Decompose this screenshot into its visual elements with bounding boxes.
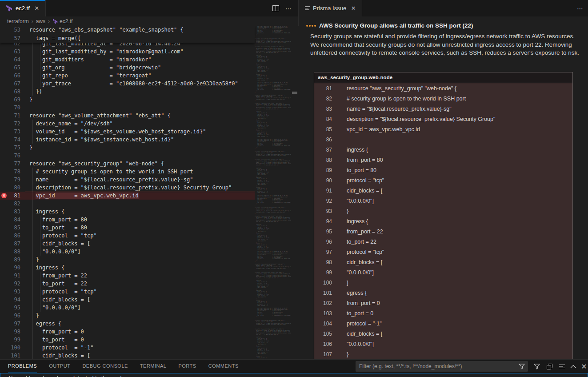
code-line-89[interactable]: 89 } [0,256,255,264]
issue-description: Security groups are stateful and provide… [310,32,582,57]
line-number: 69 [0,96,20,104]
code-line-63[interactable]: 63 git_last_modified_by = "nimrodkor@gma… [0,48,255,56]
code-line-73[interactable]: 73 volume_id = "${aws_ebs_volume.web_hos… [0,128,255,136]
tab-prisma-issue[interactable]: Prisma Issue ✕ [299,0,362,16]
code-line-69[interactable]: 69} [0,96,255,104]
filter-input[interactable] [356,361,528,372]
line-text: protocol = "tcp" [347,249,384,255]
code-line-70[interactable]: 70 [0,104,255,112]
code-line-88[interactable]: 88 "0.0.0.0/0"] [0,248,255,256]
code-line-78[interactable]: 78 # security group is open to the world… [0,168,255,176]
code-line-98[interactable]: 98 from_port = 0 [0,328,255,336]
line-number: 99 [314,269,332,276]
code-editor[interactable]: 62 git_last_modified_at = "2020-06-16 14… [0,26,299,359]
maximize-panel-icon[interactable] [569,362,578,371]
tab-ec2-tf[interactable]: ec2.tf ✕ [0,0,46,16]
code-line-74[interactable]: 74 instance_id = "${aws_instance.web_hos… [0,136,255,144]
panel-tab-ports[interactable]: PORTS [178,360,196,373]
code-line-95[interactable]: 95 "0.0.0.0/0"] [0,304,255,312]
sticky-line-53[interactable]: 53resource "aws_ebs_snapshot" "example_s… [0,26,255,34]
left-tab-bar: ec2.tf ✕ [0,0,298,16]
code-line-64[interactable]: 64 git_modifiers = "nimrodkor" [0,56,255,64]
line-text: to_port = 22 [347,239,376,245]
scrollbar-thumb[interactable] [292,92,297,94]
code-line-97[interactable]: 97 egress { [0,320,255,328]
code-line-99[interactable]: 99 to_port = 0 [0,336,255,344]
minimap[interactable]: git_last_modified_at = "2020-06-16 14:46… [255,26,291,359]
line-text: to_port = 80 [29,224,87,232]
code-line-67[interactable]: 67 yor_trace = "c1008080-ec2f-4512-a0d0-… [0,80,255,88]
line-number: 101 [0,352,20,359]
filter-icon[interactable] [532,362,541,371]
code-line-79[interactable]: 79 name = "${local.resource_prefix.value… [0,176,255,184]
code-line-86[interactable]: 86 protocol = "tcp" [0,232,255,240]
code-line-90[interactable]: 90 ingress { [0,264,255,272]
line-text: from_port = 22 [29,272,87,280]
terraform-icon [6,5,12,12]
sticky-scroll[interactable]: 53resource "aws_ebs_snapshot" "example_s… [0,26,255,43]
code-line-85[interactable]: 85 to_port = 80 [0,224,255,232]
line-number: 75 [0,144,20,152]
code-line-91[interactable]: 91 from_port = 22 [0,272,255,280]
close-panel-icon[interactable]: ✕ [580,362,588,371]
more-actions-icon[interactable]: ⋯ [285,5,292,12]
problems-list[interactable]: No problems have been detected in the wo… [0,373,588,377]
line-number: 107 [314,351,332,357]
code-line-80[interactable]: 80 description = "${local.resource_prefi… [0,184,255,192]
code-line-87[interactable]: 87 cidr_blocks = [ [0,240,255,248]
sticky-line-57[interactable]: 57 tags = merge({ [0,34,255,43]
breadcrumb-terraform[interactable]: terraform [7,18,29,24]
line-number: 91 [314,188,332,194]
code-line-68[interactable]: 68 }) [0,88,255,96]
panel-tab-output[interactable]: OUTPUT [49,360,70,373]
panel-tab-terminal[interactable]: TERMINAL [140,360,167,373]
more-actions-icon[interactable]: ⋯ [577,5,584,12]
code-line-75[interactable]: 75} [0,144,255,152]
editor-actions: ⋯ [577,0,584,16]
code-line-84[interactable]: 84 from_port = 80 [0,216,255,224]
line-number: 82 [0,200,20,208]
issue-code-line-89: 89to_port = 80 [314,165,572,175]
line-text: cidr_blocks = [ [347,259,382,265]
code-line-101[interactable]: 101 cidr_blocks = [ [0,352,255,359]
line-number: 72 [0,120,20,128]
code-line-65[interactable]: 65 git_org = "bridgecrewio" [0,64,255,72]
code-line-100[interactable]: 100 protocol = "-1" [0,344,255,352]
code-line-77[interactable]: 77resource "aws_security_group" "web-nod… [0,160,255,168]
code-line-94[interactable]: 94 cidr_blocks = [ [0,296,255,304]
code-line-71[interactable]: 71resource "aws_volume_attachment" "ebs_… [0,112,255,120]
view-as-table-icon[interactable] [545,362,554,371]
line-number: 97 [0,320,20,328]
line-text: # security group is open to the world in… [347,96,466,102]
issue-code-line-99: 99"0.0.0.0/0"] [314,267,572,277]
menu-lines-icon[interactable] [557,362,566,371]
code-line-72[interactable]: 72 device_name = "/dev/sdh" [0,120,255,128]
line-number: 57 [0,34,20,43]
code-line-96[interactable]: 96 } [0,312,255,320]
code-line-66[interactable]: 66 git_repo = "terragoat" [0,72,255,80]
issue-code-line-102: 102from_port = 0 [314,298,572,308]
panel-tab-problems[interactable]: PROBLEMS [8,360,37,373]
filter-funnel-icon[interactable] [517,362,526,371]
code-line-93[interactable]: 93 protocol = "tcp" [0,288,255,296]
line-text: ingress { [29,264,64,272]
issue-code-line-93: 93} [314,206,572,216]
close-tab-icon[interactable]: ✕ [33,4,41,12]
line-text: } [29,96,32,104]
breadcrumb-aws[interactable]: aws [36,18,45,24]
line-text: description = "${local.resource_prefix.v… [29,184,232,192]
issue-code-line-96: 96to_port = 22 [314,237,572,247]
code-line-83[interactable]: 83 ingress { [0,208,255,216]
error-marker-icon[interactable]: ✕ [1,193,7,198]
split-editor-icon[interactable] [272,5,279,11]
code-line-82[interactable]: 82 [0,200,255,208]
panel-tab-debug-console[interactable]: DEBUG CONSOLE [82,360,128,373]
line-number: 104 [314,321,332,327]
breadcrumb-file[interactable]: ec2.tf [52,18,72,24]
code-line-76[interactable]: 76 [0,152,255,160]
close-tab-icon[interactable]: ✕ [349,4,357,12]
code-line-81[interactable]: 81 vpc_id = aws_vpc.web_vpc.id [0,192,255,200]
problems-filter [356,361,528,372]
panel-tab-comments[interactable]: COMMENTS [208,360,239,373]
code-line-92[interactable]: 92 to_port = 22 [0,280,255,288]
